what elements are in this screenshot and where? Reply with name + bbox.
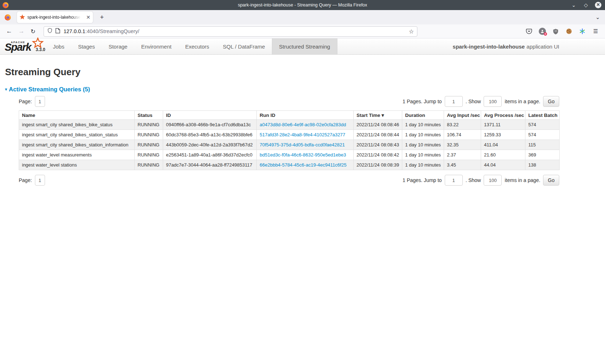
window-titlebar: spark-ingest-into-lakehouse - Streaming … [0,0,605,10]
run-id-link[interactable]: 517afd3f-28e2-4ba8-9fe4-4102527a3277 [260,132,345,137]
cell-id: 60dc3768-85e3-4fb5-a13c-63b29938bfe6 [163,130,257,140]
run-id-link[interactable]: bd51ed3c-f0fa-46c6-8632-950e5ed1ebe3 [260,152,346,158]
ublock-shield-icon[interactable]: U0 [552,28,559,35]
list-all-tabs-button[interactable]: ⌄ [595,14,600,21]
forward-button[interactable]: → [18,28,24,35]
active-queries-section-toggle[interactable]: ▾ Active Streaming Queries (5) [5,86,605,93]
items-label: items in a page. [505,177,540,183]
cell-avg-input: 32.35 [444,140,481,150]
window-minimize-button[interactable]: ⌄ [570,2,577,8]
back-button[interactable]: ← [6,28,12,35]
application-name: spark-ingest-into-lakehouse [453,44,525,50]
window-maximize-button[interactable]: ◇ [583,2,589,8]
cell-id: 443b0059-2dec-40fe-a12d-2a393f7b67d2 [163,140,257,150]
browser-tabbar: spark-ingest-into-lakehouse ✕ + ⌄ [0,10,605,24]
url-bar[interactable]: 127.0.0.1:4040/StreamingQuery/ ☆ [44,26,417,37]
show-label: . Show [466,99,481,104]
page-number-input[interactable] [35,96,45,107]
shield-icon[interactable] [47,28,53,35]
table-row: ingest water_level stations RUNNING 97ad… [19,160,560,170]
page-title: Streaming Query [5,67,605,78]
col-header-avg-process[interactable]: Avg Process /sec [481,111,525,120]
collapse-arrow-icon: ▾ [5,87,7,92]
nav-tab-storage[interactable]: Storage [102,38,134,54]
col-header-duration[interactable]: Duration [402,111,444,120]
go-button[interactable]: Go [543,96,559,107]
nav-tab-environment[interactable]: Environment [134,38,178,54]
bookmark-star-icon[interactable]: ☆ [409,28,414,35]
pages-summary: 1 Pages. Jump to [403,177,442,183]
cell-avg-process: 411.04 [481,140,525,150]
spark-logo[interactable]: APACHE Spark 3.3.0 [0,38,46,54]
show-label: . Show [466,177,481,183]
cell-latest-batch: 115 [525,140,560,150]
page-info-icon[interactable] [55,28,60,35]
show-items-input[interactable] [484,175,502,186]
col-header-latest-batch[interactable]: Latest Batch [525,111,560,120]
profile-badge-x: ✕ [544,32,547,36]
nav-tab-executors[interactable]: Executors [178,38,216,54]
items-label: items in a page. [505,99,540,104]
cell-status: RUNNING [135,120,163,130]
page-number-input[interactable] [35,175,45,186]
sparkle-extension-icon[interactable] [579,28,586,35]
page-label: Page: [19,177,32,183]
window-close-button[interactable]: ✕ [595,2,601,8]
url-text[interactable]: 127.0.0.1:4040/StreamingQuery/ [63,28,139,34]
col-header-name[interactable]: Name [19,111,135,120]
menu-hamburger-icon[interactable]: ☰ [592,28,599,35]
go-button[interactable]: Go [543,175,559,186]
url-path: :4040/StreamingQuery/ [85,28,139,34]
pocket-icon[interactable] [525,28,533,35]
cell-avg-process: 1259.33 [481,130,525,140]
profile-extension-icon[interactable]: ✕ [539,28,546,35]
tab-close-icon[interactable]: ✕ [86,15,90,20]
spark-version: 3.3.0 [36,47,45,52]
cell-name: ingest water_level measurements [19,150,135,160]
cell-start-time: 2022/11/24 08:08:42 [354,150,402,160]
cell-avg-input: 106.74 [444,130,481,140]
browser-tab-active[interactable]: spark-ingest-into-lakehouse ✕ [17,12,93,23]
cell-avg-input: 83.22 [444,120,481,130]
col-header-start-time[interactable]: Start Time ▾ [354,111,402,120]
run-id-link[interactable]: 70f54975-375d-4d05-bdfa-ccd0fae42821 [260,142,345,147]
new-tab-button[interactable]: + [97,14,107,21]
cookie-extension-icon[interactable] [565,28,573,35]
show-items-input[interactable] [484,96,502,107]
reload-button[interactable]: ↻ [31,28,35,35]
streaming-queries-table: Name Status ID Run ID Start Time ▾ Durat… [19,110,560,170]
table-row: ingest smart_city shared_bikes_station_s… [19,130,560,140]
nav-tab-jobs[interactable]: Jobs [46,38,71,54]
cell-start-time: 2022/11/24 08:08:39 [354,160,402,170]
run-id-link[interactable]: 66e2bbb4-5784-45c6-ac19-4ec9411c6f25 [260,162,346,168]
browser-toolbar: ← → ↻ 127.0.0.1:4040/StreamingQuery/ ☆ ✕… [0,24,605,38]
page-content: Streaming Query ▾ Active Streaming Queri… [0,67,605,186]
spark-header: APACHE Spark 3.3.0 Jobs Stages Storage E… [0,38,605,55]
cell-status: RUNNING [135,150,163,160]
application-suffix: application UI [526,44,559,50]
cell-avg-process: 44.04 [481,160,525,170]
run-id-link[interactable]: a0473d8d-80e6-4e9f-ac98-02e0cfa283dd [260,122,346,127]
nav-tab-sql-dataframe[interactable]: SQL / DataFrame [216,38,272,54]
cell-latest-batch: 138 [525,160,560,170]
table-row: ingest smart_city shared_bikes_station_i… [19,140,560,150]
cell-avg-process: 21.60 [481,150,525,160]
spark-favicon-icon [19,14,25,20]
window-controls: ⌄ ◇ ✕ [570,2,605,8]
window-title: spark-ingest-into-lakehouse - Streaming … [0,3,605,8]
col-header-avg-input[interactable]: Avg Input /sec [444,111,481,120]
firefox-view-icon[interactable] [5,14,11,21]
table-row: ingest water_level measurements RUNNING … [19,150,560,160]
col-header-status[interactable]: Status [135,111,163,120]
nav-tab-structured-streaming[interactable]: Structured Streaming [272,38,337,54]
nav-tab-stages[interactable]: Stages [71,38,102,54]
jump-to-input[interactable] [445,96,463,107]
cell-name: ingest smart_city shared_bikes_bike_stat… [19,120,135,130]
jump-to-input[interactable] [445,175,463,186]
section-title: Active Streaming Queries (5) [9,86,90,93]
svg-text:U0: U0 [555,30,557,32]
cell-name: ingest water_level stations [19,160,135,170]
cell-id: e2563451-1a89-40a1-a86f-36d37d2ecfc0 [163,150,257,160]
col-header-run-id[interactable]: Run ID [257,111,354,120]
col-header-id[interactable]: ID [163,111,257,120]
